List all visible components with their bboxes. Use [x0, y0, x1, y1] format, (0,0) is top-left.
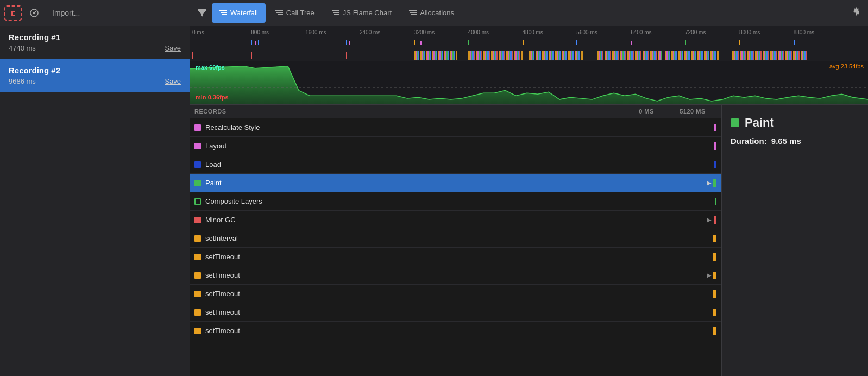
records-col-name: RECORDS [194, 108, 625, 115]
red-tick-2 [251, 52, 252, 59]
tick-row-2 [190, 50, 868, 61]
recording-item-1[interactable]: Recording #1 4740 ms Save [0, 26, 190, 59]
record-name-settimeout-2: setTimeout [205, 271, 608, 279]
records-area: RECORDS 0 ms 5120 ms Recalculate Style L… [190, 105, 868, 376]
detail-title: Paint [745, 116, 774, 130]
record-bar-composite [608, 196, 717, 207]
time-7200: 7200 ms [685, 29, 706, 35]
record-name-settimeout-4: setTimeout [205, 308, 608, 316]
tick-row-1 [190, 39, 868, 50]
record-row-paint[interactable]: Paint ▶ [190, 174, 721, 192]
records-col-time2: 5120 ms [668, 108, 717, 115]
tick-pink-1 [255, 41, 256, 45]
detail-duration-label: Duration: [731, 136, 767, 146]
call-tree-tab-label: Call Tree [286, 9, 315, 17]
record-color-paint [194, 180, 201, 186]
time-0: 0 ms [192, 29, 204, 35]
record-row-recalculate-style[interactable]: Recalculate Style [190, 118, 721, 137]
record-row-settimeout-2[interactable]: setTimeout ▶ [190, 266, 721, 285]
record-row-settimeout-1[interactable]: setTimeout [190, 248, 721, 266]
time-3200: 3200 ms [414, 29, 435, 35]
svg-rect-8 [332, 10, 339, 11]
time-800: 800 ms [251, 29, 269, 35]
bar-settimeout-2 [713, 272, 716, 279]
red-tick-3 [346, 52, 347, 59]
allocations-tab-label: Allocations [420, 9, 454, 17]
detail-panel: Paint Duration: 9.65 ms [721, 105, 868, 376]
fps-min-label: min 0.36fps [192, 93, 232, 102]
dense-ticks-1 [414, 51, 457, 60]
record-name-load: Load [205, 160, 608, 168]
record-row-settimeout-3[interactable]: setTimeout [190, 285, 721, 303]
svg-rect-6 [276, 12, 283, 13]
recording-2-meta: 9686 ms Save [9, 77, 181, 85]
record-color-settimeout-2 [194, 272, 201, 279]
profiler-icon-button[interactable] [26, 5, 42, 21]
detail-header: Paint [731, 116, 859, 130]
tab-allocations[interactable]: Allocations [401, 3, 462, 23]
recording-2-save[interactable]: Save [165, 77, 181, 85]
dense-ticks-3 [529, 51, 583, 60]
time-1600: 1600 ms [305, 29, 326, 35]
tick-orange-3 [739, 40, 740, 45]
tick-pink-4 [631, 41, 632, 45]
record-row-settimeout-4[interactable]: setTimeout [190, 303, 721, 322]
bar-paint [713, 179, 716, 187]
tick-blue-1 [251, 40, 252, 45]
record-row-load[interactable]: Load [190, 155, 721, 174]
recording-1-meta: 4740 ms Save [9, 44, 181, 52]
record-name-setinterval: setInterval [205, 234, 608, 242]
svg-rect-12 [410, 12, 417, 13]
tab-js-flame[interactable]: JS Flame Chart [324, 3, 399, 23]
tab-waterfall[interactable]: Waterfall [212, 3, 266, 23]
record-color-settimeout-5 [194, 328, 201, 334]
time-5600: 5600 ms [576, 29, 597, 35]
recording-item-2[interactable]: Recording #2 9686 ms Save [0, 59, 190, 92]
record-name-settimeout-5: setTimeout [205, 327, 608, 335]
record-row-minor-gc[interactable]: Minor GC ▶ [190, 211, 721, 229]
timeline-overview: 0 ms 800 ms 1600 ms 2400 ms 3200 ms 4000… [190, 26, 868, 105]
tick-blue-5 [794, 40, 795, 45]
svg-rect-2 [219, 10, 227, 11]
record-row-layout[interactable]: Layout [190, 137, 721, 155]
tab-call-tree[interactable]: Call Tree [268, 3, 322, 23]
records-table: RECORDS 0 ms 5120 ms Recalculate Style L… [190, 105, 721, 376]
toolbar: Import... Waterfall Call Tree [0, 0, 868, 26]
filter-button[interactable] [194, 6, 210, 20]
record-name-minor-gc: Minor GC [205, 216, 608, 224]
bar-load [714, 161, 716, 168]
recording-1-duration: 4740 ms [9, 44, 36, 52]
time-4800: 4800 ms [523, 29, 543, 35]
svg-rect-13 [411, 14, 417, 15]
recording-1-save[interactable]: Save [165, 44, 181, 52]
bar-settimeout-1 [713, 253, 716, 261]
record-bar-load [608, 159, 717, 170]
svg-rect-3 [221, 12, 227, 13]
dense-ticks-2 [468, 51, 523, 60]
svg-rect-5 [275, 10, 283, 11]
record-color-settimeout-1 [194, 254, 201, 260]
time-2400: 2400 ms [360, 29, 380, 35]
record-row-settimeout-5[interactable]: setTimeout [190, 322, 721, 340]
record-row-setinterval[interactable]: setInterval [190, 229, 721, 248]
recording-2-title: Recording #2 [9, 66, 181, 75]
record-bar-setinterval [608, 233, 717, 244]
record-color-composite [194, 198, 201, 205]
settings-button[interactable] [846, 3, 864, 23]
tick-blue-4 [576, 40, 577, 45]
bar-minor-gc [714, 216, 716, 224]
svg-rect-9 [333, 12, 339, 13]
record-bar-recalculate [608, 122, 717, 133]
bar-composite [714, 198, 716, 205]
time-6400: 6400 ms [631, 29, 651, 35]
bar-setinterval [713, 235, 716, 242]
fps-max-label: max 60fps [192, 63, 228, 72]
tick-blue-2 [258, 40, 259, 45]
record-row-composite[interactable]: Composite Layers [190, 192, 721, 211]
expand-arrow-minor-gc: ▶ [707, 217, 712, 223]
waterfall-tab-label: Waterfall [230, 9, 258, 17]
import-button[interactable]: Import... [47, 5, 85, 21]
delete-button[interactable] [4, 5, 22, 21]
fps-avg-label: avg 23.54fps [829, 63, 864, 70]
detail-duration: Duration: 9.65 ms [731, 136, 859, 146]
